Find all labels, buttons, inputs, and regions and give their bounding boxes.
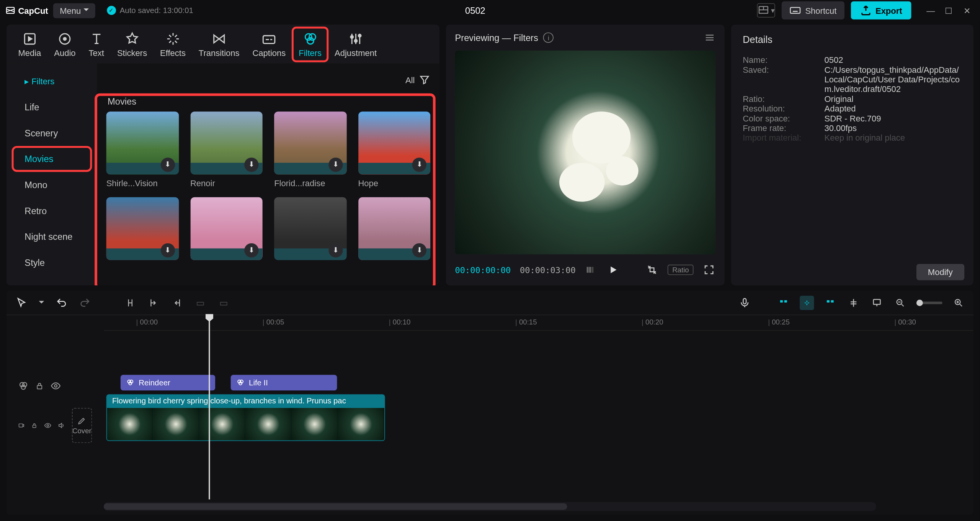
shortcut-button[interactable]: Shortcut (782, 1, 844, 19)
tab-transitions[interactable]: Transitions (192, 27, 246, 61)
link-tool[interactable] (800, 295, 814, 310)
playhead[interactable] (209, 315, 210, 500)
timeline-toolbar: ▭ ▭ (7, 290, 973, 315)
sidebar-item-retro[interactable]: Retro (13, 199, 91, 223)
zoom-slider[interactable] (916, 301, 942, 304)
svg-rect-32 (780, 300, 783, 302)
compare-icon[interactable] (585, 263, 598, 276)
detail-label: Ratio: (743, 94, 824, 103)
tab-captions[interactable]: Captions (246, 27, 292, 61)
filter-card[interactable]: ⬇Hope (358, 111, 430, 188)
download-icon[interactable]: ⬇ (328, 157, 343, 172)
redo-button[interactable] (78, 295, 92, 310)
tab-audio[interactable]: Audio (47, 27, 82, 61)
filter-clip-label: Life II (249, 378, 268, 387)
filter-clip[interactable]: Reindeer (121, 375, 215, 391)
detail-label: Name: (743, 55, 824, 65)
filter-card[interactable]: ⬇ (358, 197, 430, 260)
tab-text[interactable]: Text (82, 27, 110, 61)
sidebar-item-life[interactable]: Life (13, 95, 91, 119)
filter-clip[interactable]: Life II (231, 375, 337, 391)
export-button[interactable]: Export (851, 1, 911, 19)
filter-card[interactable]: ⬇Shirle...Vision (106, 111, 179, 188)
preview-title: Previewing — Filters (455, 33, 538, 43)
tab-label: Text (89, 48, 104, 57)
svg-point-23 (354, 39, 357, 42)
ratio-button[interactable]: Ratio (668, 265, 693, 275)
pointer-dropdown[interactable] (38, 295, 45, 310)
lock-icon[interactable] (35, 381, 44, 390)
timeline-tracks[interactable]: Flowering bird cherry spring close-up, b… (104, 331, 973, 499)
filter-all-button[interactable]: All (405, 74, 430, 85)
layout-button[interactable]: ▾ (757, 3, 775, 17)
download-icon[interactable]: ⬇ (160, 157, 175, 172)
filter-card[interactable]: ⬇Florid...radise (274, 111, 346, 188)
crop-icon[interactable] (646, 263, 659, 276)
info-icon[interactable]: i (543, 33, 554, 43)
download-icon[interactable]: ⬇ (244, 243, 258, 257)
tab-filters[interactable]: Filters (292, 27, 328, 61)
play-button[interactable] (607, 263, 620, 276)
current-time: 00:00:00:00 (455, 265, 511, 275)
trim-right-tool[interactable] (170, 295, 184, 310)
tab-effects[interactable]: Effects (154, 27, 192, 61)
eye-icon[interactable] (44, 420, 51, 431)
download-icon[interactable]: ⬇ (412, 243, 426, 257)
filter-card[interactable]: ⬇Renoir (190, 111, 263, 188)
sidebar-header[interactable]: ▸ Filters (13, 70, 91, 93)
sidebar-item-style[interactable]: Style (13, 251, 91, 274)
ruler-tick: 00:15 (515, 318, 537, 326)
tab-stickers[interactable]: Stickers (111, 27, 154, 61)
delete-tool[interactable]: ▭ (193, 295, 207, 310)
snap-tool[interactable] (823, 295, 837, 310)
tab-adjustment[interactable]: Adjustment (328, 27, 383, 61)
svg-point-48 (54, 385, 57, 387)
sidebar-item-mono[interactable]: Mono (13, 173, 91, 197)
mic-button[interactable] (738, 295, 752, 310)
svg-point-12 (64, 37, 66, 40)
detail-value: 30.00fps (824, 123, 962, 133)
filter-card[interactable]: ⬇ (190, 197, 263, 260)
cover-button[interactable]: Cover (72, 408, 92, 443)
split-tool[interactable] (123, 295, 137, 310)
eye-icon[interactable] (51, 381, 61, 391)
timeline-scrollbar[interactable] (104, 502, 876, 511)
close-button[interactable]: ✕ (959, 3, 975, 18)
download-icon[interactable]: ⬇ (412, 157, 426, 172)
sidebar-item-scenery[interactable]: Scenery (13, 121, 91, 145)
filter-card[interactable]: ⬇ (274, 197, 346, 260)
download-icon[interactable]: ⬇ (160, 243, 175, 257)
menu-button[interactable]: Menu (53, 3, 95, 18)
trim-left-tool[interactable] (147, 295, 161, 310)
video-clip[interactable]: Flowering bird cherry spring close-up, b… (106, 394, 385, 441)
fullscreen-icon[interactable] (702, 263, 715, 276)
filter-name: Florid...radise (274, 178, 346, 188)
svg-line-43 (960, 304, 962, 306)
maximize-button[interactable]: ☐ (941, 3, 957, 18)
layout-icon (758, 5, 769, 16)
preview-viewport[interactable] (455, 51, 715, 254)
modify-button[interactable]: Modify (916, 264, 964, 280)
undo-button[interactable] (54, 295, 69, 310)
pointer-tool[interactable] (14, 295, 28, 310)
speaker-icon[interactable] (58, 420, 65, 431)
zoom-out[interactable] (893, 295, 907, 310)
marker-tool[interactable] (870, 295, 884, 310)
stickers-icon (124, 31, 140, 46)
magnet-tool[interactable] (776, 295, 791, 310)
align-tool[interactable] (846, 295, 861, 310)
filter-card[interactable]: ⬇ (106, 197, 179, 260)
tool-5[interactable]: ▭ (216, 295, 230, 310)
filter-thumb: ⬇ (190, 197, 263, 260)
download-icon[interactable]: ⬇ (244, 157, 258, 172)
download-icon[interactable]: ⬇ (328, 243, 343, 257)
timeline-ruler[interactable]: 00:0000:0500:1000:1500:2000:2500:30 (104, 315, 973, 331)
sidebar-item-night-scene[interactable]: Night scene (13, 225, 91, 248)
minimize-button[interactable]: — (923, 3, 939, 18)
lock-icon[interactable] (31, 421, 38, 430)
zoom-in[interactable] (951, 295, 965, 310)
tab-media[interactable]: Media (11, 27, 47, 61)
sidebar-item-movies[interactable]: Movies (13, 147, 91, 170)
hamburger-icon[interactable] (704, 32, 715, 43)
media-icon (22, 31, 38, 46)
